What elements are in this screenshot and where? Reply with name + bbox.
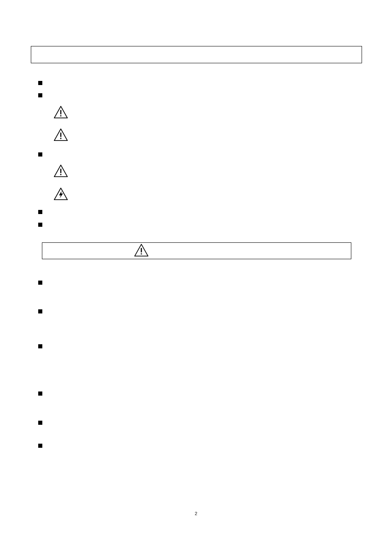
- svg-rect-0: [60, 110, 62, 115]
- triangle-exclaim-icon: [53, 128, 68, 141]
- top-box: [31, 46, 362, 63]
- bullet-square: [38, 152, 42, 157]
- bullet-square: [38, 281, 42, 285]
- svg-point-7: [141, 253, 142, 254]
- bullet-square: [38, 93, 42, 97]
- svg-rect-4: [60, 169, 62, 173]
- warning-triangle-icon: [134, 243, 149, 257]
- svg-rect-6: [141, 248, 142, 253]
- bullet-square: [38, 344, 42, 348]
- bullet-square: [38, 210, 42, 214]
- svg-point-1: [60, 115, 61, 116]
- page-number: 2: [195, 511, 197, 516]
- bullet-square: [38, 223, 42, 227]
- bullet-square: [38, 421, 42, 425]
- svg-rect-2: [60, 133, 62, 137]
- svg-point-3: [60, 138, 61, 139]
- bullet-square: [38, 391, 42, 396]
- triangle-exclaim-icon: [53, 106, 68, 119]
- warning-box: [42, 242, 351, 259]
- triangle-exclaim-icon: [53, 164, 68, 177]
- bullet-square: [38, 444, 42, 448]
- triangle-bolt-icon: [53, 187, 68, 200]
- bullet-square: [38, 81, 42, 85]
- svg-point-5: [60, 174, 61, 175]
- bullet-square: [38, 309, 42, 313]
